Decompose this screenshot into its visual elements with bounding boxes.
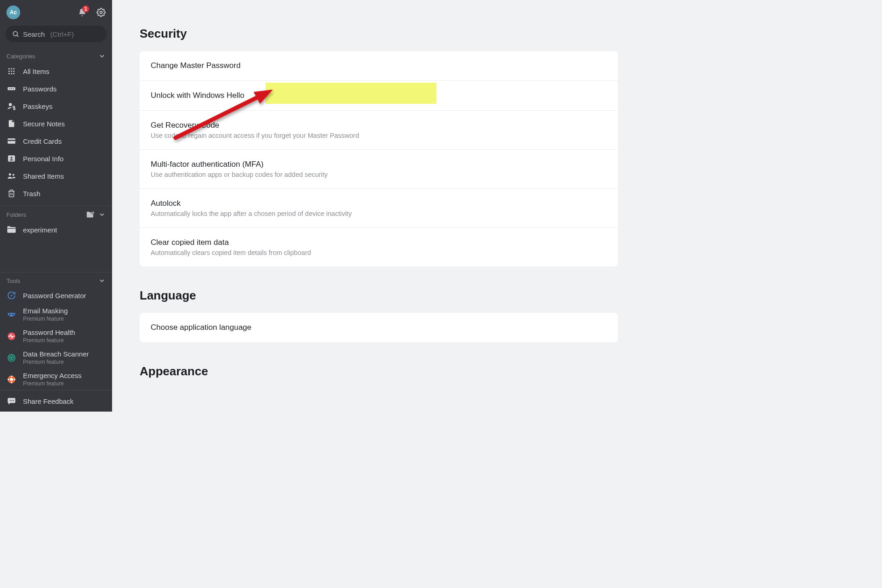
sidebar-item-label: Passwords xyxy=(23,85,57,93)
shared-icon xyxy=(6,171,17,181)
row-title: Autolock xyxy=(151,199,607,208)
tool-label: Email Masking xyxy=(23,307,68,315)
row-choose-language[interactable]: Choose application language xyxy=(140,313,618,342)
folder-icon xyxy=(6,225,17,235)
sidebar-item-secure-notes[interactable]: Secure Notes xyxy=(0,115,112,132)
main-content: Security Change Master Password Unlock w… xyxy=(112,0,618,412)
sidebar-item-passwords[interactable]: Passwords xyxy=(0,80,112,97)
tools-list: Password Generator Email MaskingPremium … xyxy=(0,287,112,390)
notifications-badge: 1 xyxy=(82,6,89,12)
row-recovery-code[interactable]: Get Recovery Code Use code to regain acc… xyxy=(140,111,618,150)
search-placeholder: Search xyxy=(23,30,45,38)
folder-add-icon[interactable] xyxy=(86,211,95,218)
svg-point-34 xyxy=(10,400,11,401)
tools-header[interactable]: Tools xyxy=(0,272,112,287)
sidebar-item-label: All Items xyxy=(23,68,50,75)
generator-icon xyxy=(6,290,17,300)
premium-label: Premium feature xyxy=(23,359,89,365)
row-title: Clear copied item data xyxy=(151,238,607,247)
note-icon xyxy=(6,119,17,129)
avatar[interactable]: Ac xyxy=(6,6,20,19)
sidebar-item-credit-cards[interactable]: Credit Cards xyxy=(0,132,112,150)
share-feedback-button[interactable]: Share Feedback xyxy=(0,390,112,412)
tool-password-health[interactable]: Password HealthPremium feature xyxy=(0,325,112,347)
categories-header-label: Categories xyxy=(6,53,35,60)
folder-label: experiment xyxy=(23,226,57,234)
svg-point-6 xyxy=(11,71,12,72)
svg-point-26 xyxy=(9,313,11,315)
chevron-down-icon xyxy=(98,277,106,284)
premium-label: Premium feature xyxy=(23,316,68,322)
sidebar-item-label: Shared Items xyxy=(23,172,64,180)
trash-icon xyxy=(6,188,17,198)
tool-password-generator[interactable]: Password Generator xyxy=(0,287,112,304)
sidebar-item-trash[interactable]: Trash xyxy=(0,185,112,202)
categories-list: All Items Passwords Passkeys Secure Note… xyxy=(0,62,112,202)
folder-item[interactable]: experiment xyxy=(0,221,112,238)
passkey-icon xyxy=(6,101,17,111)
sidebar-item-passkeys[interactable]: Passkeys xyxy=(0,97,112,115)
mask-icon xyxy=(6,310,17,320)
folders-header[interactable]: Folders xyxy=(0,206,112,221)
svg-point-12 xyxy=(9,88,10,89)
search-input[interactable]: Search (Ctrl+F) xyxy=(6,26,107,42)
sidebar-item-label: Personal Info xyxy=(23,155,63,163)
svg-point-16 xyxy=(13,106,15,108)
search-hint: (Ctrl+F) xyxy=(51,30,74,38)
svg-point-8 xyxy=(8,73,10,74)
sidebar: Ac 1 Search (Ctrl+F) Categories All xyxy=(0,0,112,412)
sidebar-item-label: Trash xyxy=(23,190,40,198)
sidebar-item-label: Credit Cards xyxy=(23,137,62,145)
tool-data-breach[interactable]: Data Breach ScannerPremium feature xyxy=(0,347,112,368)
sidebar-item-personal-info[interactable]: Personal Info xyxy=(0,150,112,167)
row-desc: Automatically clears copied item details… xyxy=(151,249,607,256)
svg-rect-25 xyxy=(7,228,16,229)
row-unlock-windows-hello[interactable]: Unlock with Windows Hello xyxy=(140,81,618,111)
search-icon xyxy=(12,30,19,38)
svg-point-35 xyxy=(11,400,12,401)
svg-point-1 xyxy=(13,32,17,36)
svg-point-5 xyxy=(8,71,10,72)
tool-label: Password Generator xyxy=(23,292,86,300)
share-feedback-label: Share Feedback xyxy=(23,397,74,405)
lifebuoy-icon xyxy=(6,374,17,384)
svg-point-20 xyxy=(11,157,12,158)
svg-point-10 xyxy=(13,73,15,74)
sidebar-header: Ac 1 xyxy=(0,0,112,22)
row-title: Change Master Password xyxy=(151,61,607,70)
premium-label: Premium feature xyxy=(23,337,75,344)
appearance-title: Appearance xyxy=(140,364,618,379)
row-change-master-password[interactable]: Change Master Password xyxy=(140,51,618,81)
sidebar-item-shared-items[interactable]: Shared Items xyxy=(0,167,112,185)
row-mfa[interactable]: Multi-factor authentication (MFA) Use au… xyxy=(140,150,618,189)
scanner-icon xyxy=(6,353,17,363)
categories-header[interactable]: Categories xyxy=(0,48,112,62)
premium-label: Premium feature xyxy=(23,380,82,387)
sidebar-footer: Share Feedback xyxy=(0,390,112,412)
svg-point-4 xyxy=(13,68,15,69)
settings-button[interactable] xyxy=(96,8,106,17)
tool-emergency-access[interactable]: Emergency AccessPremium feature xyxy=(0,368,112,390)
tools-header-label: Tools xyxy=(6,277,20,284)
row-desc: Use authentication apps or backup codes … xyxy=(151,171,607,178)
svg-point-2 xyxy=(8,68,10,69)
sidebar-item-all-items[interactable]: All Items xyxy=(0,62,112,80)
svg-point-3 xyxy=(11,68,12,69)
svg-point-33 xyxy=(10,378,13,381)
tool-email-masking[interactable]: Email MaskingPremium feature xyxy=(0,304,112,325)
svg-point-15 xyxy=(9,103,12,106)
chat-icon xyxy=(6,396,17,406)
row-desc: Use code to regain account access if you… xyxy=(151,132,607,139)
row-autolock[interactable]: Autolock Automatically locks the app aft… xyxy=(140,189,618,228)
card-icon xyxy=(6,136,17,146)
notifications-button[interactable]: 1 xyxy=(77,7,87,17)
tool-label: Emergency Access xyxy=(23,372,82,379)
row-clear-copied[interactable]: Clear copied item data Automatically cle… xyxy=(140,228,618,266)
tool-label: Data Breach Scanner xyxy=(23,350,89,358)
svg-point-13 xyxy=(11,88,12,89)
gear-icon xyxy=(96,8,106,17)
row-title: Get Recovery Code xyxy=(151,121,607,130)
row-desc: Automatically locks the app after a chos… xyxy=(151,210,607,217)
row-title: Multi-factor authentication (MFA) xyxy=(151,160,607,169)
svg-rect-18 xyxy=(8,140,16,141)
